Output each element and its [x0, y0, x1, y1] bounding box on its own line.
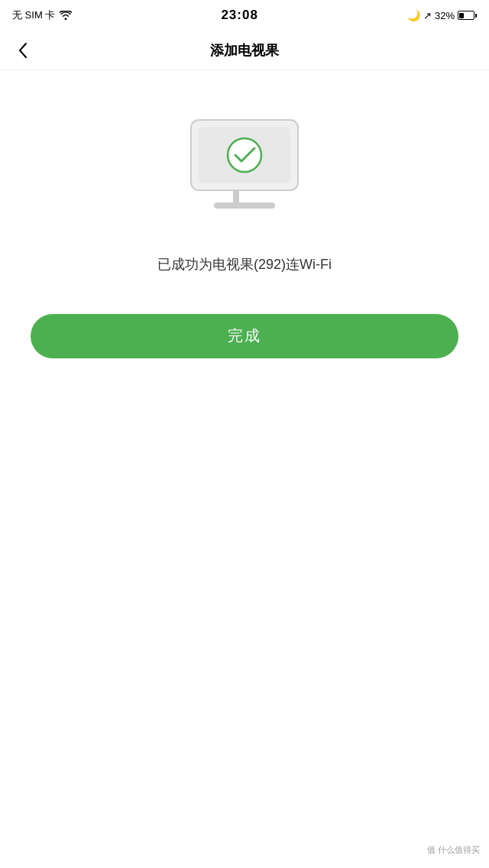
- wifi-icon: [60, 11, 72, 20]
- svg-rect-3: [214, 202, 275, 209]
- nav-bar: 添加电视果: [0, 31, 489, 70]
- tv-illustration: [183, 116, 306, 215]
- status-time: 23:08: [221, 8, 257, 23]
- main-content: 已成功为电视果(292)连Wi-Fi 完成: [0, 70, 489, 389]
- status-right: 🌙 ↗ 32%: [407, 9, 477, 21]
- battery-percentage: 32%: [435, 10, 455, 21]
- complete-button[interactable]: 完成: [31, 314, 458, 358]
- svg-rect-2: [233, 190, 239, 202]
- carrier-text: 无 SIM 卡: [12, 8, 55, 22]
- status-left: 无 SIM 卡: [12, 8, 72, 22]
- back-button[interactable]: [12, 36, 34, 65]
- success-message: 已成功为电视果(292)连Wi-Fi: [157, 254, 332, 276]
- page-title: 添加电视果: [210, 41, 279, 60]
- chevron-left-icon: [18, 42, 28, 59]
- moon-icon: 🌙: [407, 9, 420, 21]
- svg-point-4: [228, 138, 261, 172]
- battery-icon: [458, 11, 477, 20]
- navigation-icon: ↗: [423, 10, 432, 21]
- status-bar: 无 SIM 卡 23:08 🌙 ↗ 32%: [0, 0, 489, 31]
- watermark: 值 什么值得买: [427, 844, 480, 856]
